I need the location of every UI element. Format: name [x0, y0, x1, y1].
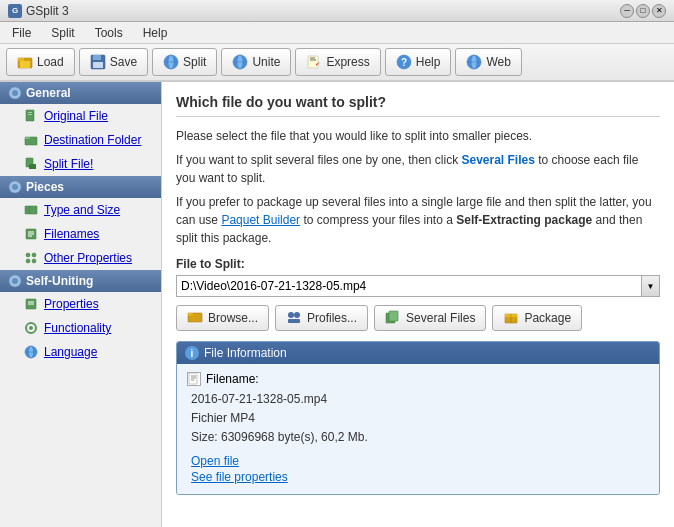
sidebar-item-original-file[interactable]: Original File [0, 104, 161, 128]
svg-rect-4 [93, 55, 101, 60]
file-info-box: i File Information Filename: 2016-07-21-… [176, 341, 660, 495]
browse-button[interactable]: Browse... [176, 305, 269, 331]
filename-label-text: Filename: [206, 372, 259, 386]
pieces-section-icon [8, 180, 22, 194]
svg-point-22 [12, 90, 18, 96]
package-label: Package [524, 311, 571, 325]
file-info-content: Filename: 2016-07-21-1328-05.mp4 Fichier… [177, 364, 659, 494]
language-label: Language [44, 345, 97, 359]
save-button[interactable]: Save [79, 48, 148, 76]
sidebar-item-destination-folder[interactable]: Destination Folder [0, 128, 161, 152]
sidebar-item-language[interactable]: Language [0, 340, 161, 364]
window-controls[interactable]: ─ □ ✕ [620, 4, 666, 18]
self-uniting-section-icon [8, 274, 22, 288]
file-info-size: Size: 63096968 byte(s), 60,2 Mb. [191, 428, 649, 447]
svg-rect-62 [189, 373, 197, 384]
desc-para-2: If you want to split several files one b… [176, 151, 660, 187]
help-button[interactable]: ? Help [385, 48, 452, 76]
title-bar-left: G GSplit 3 [8, 4, 69, 18]
type-size-label: Type and Size [44, 203, 120, 217]
svg-rect-24 [28, 112, 32, 113]
svg-rect-53 [188, 313, 193, 316]
several-files-button[interactable]: Several Files [374, 305, 486, 331]
self-extracting-text: Self-Extracting package [456, 213, 592, 227]
menu-file[interactable]: File [4, 24, 39, 42]
several-files-link[interactable]: Several Files [462, 153, 535, 167]
sidebar-section-pieces: Pieces [0, 176, 161, 198]
unite-button[interactable]: Unite [221, 48, 291, 76]
language-icon [24, 345, 38, 359]
sidebar-item-other-properties[interactable]: Other Properties [0, 246, 161, 270]
title-bar: G GSplit 3 ─ □ ✕ [0, 0, 674, 22]
sidebar-section-self-uniting: Self-Uniting [0, 270, 161, 292]
app-icon: G [8, 4, 22, 18]
load-icon [17, 54, 33, 70]
sidebar-item-functionality[interactable]: Functionality [0, 316, 161, 340]
other-properties-label: Other Properties [44, 251, 132, 265]
sidebar-item-type-and-size[interactable]: Type and Size [0, 198, 161, 222]
save-label: Save [110, 55, 137, 69]
load-label: Load [37, 55, 64, 69]
help-icon: ? [396, 54, 412, 70]
close-button[interactable]: ✕ [652, 4, 666, 18]
load-button[interactable]: Load [6, 48, 75, 76]
svg-point-41 [32, 259, 36, 263]
see-file-properties-link[interactable]: See file properties [191, 470, 649, 484]
menu-split[interactable]: Split [43, 24, 82, 42]
original-file-icon [24, 109, 38, 123]
profiles-button[interactable]: Profiles... [275, 305, 368, 331]
general-section-icon [8, 86, 22, 100]
desc-para-1: Please select the file that you would li… [176, 127, 660, 145]
split-icon [163, 54, 179, 70]
sidebar-item-properties[interactable]: Properties [0, 292, 161, 316]
express-icon [306, 54, 322, 70]
menu-help[interactable]: Help [135, 24, 176, 42]
svg-rect-27 [25, 137, 30, 139]
page-title: Which file do you want to split? [176, 94, 660, 117]
file-path-input[interactable] [176, 275, 642, 297]
minimize-button[interactable]: ─ [620, 4, 634, 18]
file-doc-icon [187, 372, 201, 386]
file-to-split-label: File to Split: [176, 257, 660, 271]
toolbar: Load Save Split Unite Express ? Help We [0, 44, 674, 82]
maximize-button[interactable]: □ [636, 4, 650, 18]
unite-label: Unite [252, 55, 280, 69]
split-file-icon [24, 157, 38, 171]
menu-tools[interactable]: Tools [87, 24, 131, 42]
desc-para-3: If you prefer to package up several file… [176, 193, 660, 247]
file-info-links: Open file See file properties [187, 454, 649, 484]
app-title: GSplit 3 [26, 4, 69, 18]
express-button[interactable]: Express [295, 48, 380, 76]
file-path-dropdown[interactable]: ▼ [642, 275, 660, 297]
sidebar-item-split-file[interactable]: Split File! [0, 152, 161, 176]
sidebar-item-filenames[interactable]: Filenames [0, 222, 161, 246]
svg-rect-25 [28, 114, 32, 115]
main-layout: General Original File Destination Folder… [0, 82, 674, 527]
split-button[interactable]: Split [152, 48, 217, 76]
split-file-label: Split File! [44, 157, 93, 171]
action-buttons: Browse... Profiles... Several Files Pack… [176, 305, 660, 331]
svg-text:?: ? [401, 57, 407, 68]
file-info-name: 2016-07-21-1328-05.mp4 [191, 390, 649, 409]
menu-bar: File Split Tools Help [0, 22, 674, 44]
profiles-icon [286, 310, 302, 327]
several-files-label: Several Files [406, 311, 475, 325]
sidebar-section-general: General [0, 82, 161, 104]
filenames-label: Filenames [44, 227, 99, 241]
file-info-header: i File Information [177, 342, 659, 364]
svg-rect-5 [93, 62, 103, 68]
package-button[interactable]: Package [492, 305, 582, 331]
destination-folder-icon [24, 133, 38, 147]
svg-rect-29 [29, 164, 36, 169]
svg-point-40 [26, 259, 30, 263]
desc-3-mid: to compress your files into a [303, 213, 452, 227]
file-path-row: ▼ [176, 275, 660, 297]
open-file-link[interactable]: Open file [191, 454, 649, 468]
paquet-builder-link[interactable]: Paquet Builder [221, 213, 300, 227]
sidebar: General Original File Destination Folder… [0, 82, 162, 527]
svg-rect-2 [20, 61, 30, 68]
svg-rect-1 [18, 58, 24, 61]
web-button[interactable]: Web [455, 48, 521, 76]
content-area: Which file do you want to split? Please … [162, 82, 674, 527]
original-file-label: Original File [44, 109, 108, 123]
